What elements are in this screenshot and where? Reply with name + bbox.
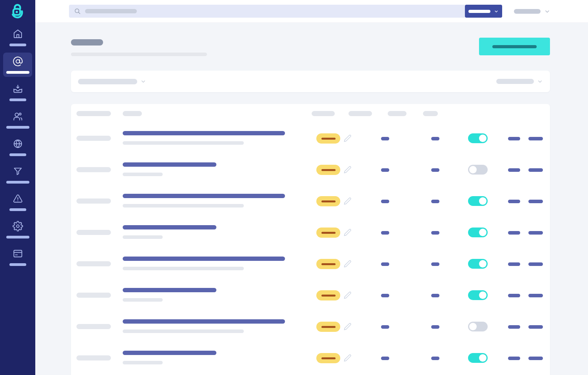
row-action-link-1[interactable] xyxy=(508,137,520,140)
edit-button[interactable] xyxy=(343,134,352,143)
row-action-link-1[interactable] xyxy=(508,168,520,172)
settings-icon xyxy=(13,221,23,231)
row-action-link-1[interactable] xyxy=(508,325,520,329)
nav-label-placeholder xyxy=(9,44,26,46)
row-stat-1-placeholder xyxy=(381,200,389,203)
status-badge-label-bar xyxy=(321,326,336,328)
row-subtitle-placeholder xyxy=(123,204,244,208)
sidebar-item-mentions[interactable] xyxy=(3,53,32,77)
row-toggle[interactable] xyxy=(468,322,488,331)
row-toggle[interactable] xyxy=(468,133,488,143)
pencil-icon xyxy=(343,166,352,174)
status-badge-label-bar xyxy=(321,232,336,234)
row-toggle[interactable] xyxy=(468,228,488,237)
row-action-link-2[interactable] xyxy=(528,357,543,360)
row-action-link-1[interactable] xyxy=(508,294,520,297)
edit-button[interactable] xyxy=(343,166,352,174)
row-title-placeholder[interactable] xyxy=(123,162,216,167)
status-badge xyxy=(316,290,340,300)
edit-button[interactable] xyxy=(343,322,352,331)
edit-button[interactable] xyxy=(343,260,352,268)
sidebar-item-inbox[interactable] xyxy=(3,78,32,106)
sidebar xyxy=(0,0,35,375)
toggle-knob xyxy=(479,197,486,205)
row-id-placeholder xyxy=(76,261,111,266)
row-toggle[interactable] xyxy=(468,196,488,206)
row-title-placeholder[interactable] xyxy=(123,257,285,261)
sort-select-value-bar xyxy=(496,79,534,84)
search-input[interactable] xyxy=(69,5,465,18)
row-name-cell xyxy=(123,351,216,364)
toggle-knob xyxy=(479,291,486,299)
row-action-link-1[interactable] xyxy=(508,200,520,203)
row-title-placeholder[interactable] xyxy=(123,319,285,324)
row-title-placeholder[interactable] xyxy=(123,288,216,292)
row-title-placeholder[interactable] xyxy=(123,351,216,355)
status-badge-label-bar xyxy=(321,200,336,202)
row-title-placeholder[interactable] xyxy=(123,194,285,198)
toggle-knob xyxy=(479,135,486,142)
data-table xyxy=(71,104,550,375)
nav-label-placeholder xyxy=(6,181,29,184)
lock-at-logo-icon xyxy=(9,3,27,22)
toggle-knob xyxy=(479,229,486,236)
pencil-icon xyxy=(343,291,352,299)
filter-icon xyxy=(13,166,23,177)
row-title-placeholder[interactable] xyxy=(123,225,216,229)
nav-label-placeholder xyxy=(9,98,26,101)
table-header xyxy=(71,104,550,123)
status-badge xyxy=(316,196,340,206)
row-toggle[interactable] xyxy=(468,353,488,363)
edit-button[interactable] xyxy=(343,291,352,300)
sidebar-item-billing[interactable] xyxy=(3,243,32,271)
row-action-link-2[interactable] xyxy=(528,200,543,203)
sidebar-item-users[interactable] xyxy=(3,106,32,133)
page-subtitle xyxy=(71,53,207,56)
row-action-link-2[interactable] xyxy=(528,231,543,235)
row-subtitle-placeholder xyxy=(123,361,163,364)
row-action-link-2[interactable] xyxy=(528,168,543,172)
app-logo[interactable] xyxy=(8,3,27,22)
status-badge-label-bar xyxy=(321,169,336,171)
row-action-link-2[interactable] xyxy=(528,325,543,329)
row-action-link-2[interactable] xyxy=(528,137,543,140)
column-header-placeholder xyxy=(76,111,111,116)
sidebar-item-globe[interactable] xyxy=(3,133,32,161)
home-icon xyxy=(13,29,23,39)
sidebar-item-settings[interactable] xyxy=(3,216,32,243)
sidebar-item-home[interactable] xyxy=(3,24,32,51)
primary-action-button[interactable] xyxy=(479,38,550,55)
search-placeholder-bar xyxy=(85,9,137,13)
row-action-link-2[interactable] xyxy=(528,294,543,297)
account-menu[interactable] xyxy=(514,8,550,15)
row-toggle[interactable] xyxy=(468,290,488,300)
row-title-placeholder[interactable] xyxy=(123,131,285,135)
pencil-icon xyxy=(343,228,352,237)
row-toggle[interactable] xyxy=(468,259,488,269)
row-action-link-2[interactable] xyxy=(528,262,543,266)
filter-select-value-bar xyxy=(78,79,137,84)
row-toggle[interactable] xyxy=(468,165,488,175)
toggle-knob xyxy=(479,260,486,268)
sidebar-item-filters[interactable] xyxy=(3,161,32,188)
search-icon xyxy=(74,8,81,15)
filter-select[interactable] xyxy=(78,78,146,84)
row-action-link-1[interactable] xyxy=(508,262,520,266)
row-id-placeholder xyxy=(76,230,111,235)
toggle-knob xyxy=(479,354,486,362)
search-scope-button[interactable] xyxy=(465,5,502,18)
chevron-down-icon xyxy=(544,8,550,15)
row-name-cell xyxy=(123,194,285,208)
sidebar-item-alerts[interactable] xyxy=(3,188,32,216)
row-stat-1-placeholder xyxy=(381,168,389,172)
row-stat-2-placeholder xyxy=(431,294,439,297)
row-id-placeholder xyxy=(76,324,111,329)
row-action-link-1[interactable] xyxy=(508,231,520,235)
chevron-down-icon xyxy=(537,78,543,84)
edit-button[interactable] xyxy=(343,354,352,362)
status-badge xyxy=(316,353,340,363)
row-action-link-1[interactable] xyxy=(508,357,520,360)
sort-select[interactable] xyxy=(496,78,543,84)
edit-button[interactable] xyxy=(343,228,352,237)
edit-button[interactable] xyxy=(343,197,352,206)
